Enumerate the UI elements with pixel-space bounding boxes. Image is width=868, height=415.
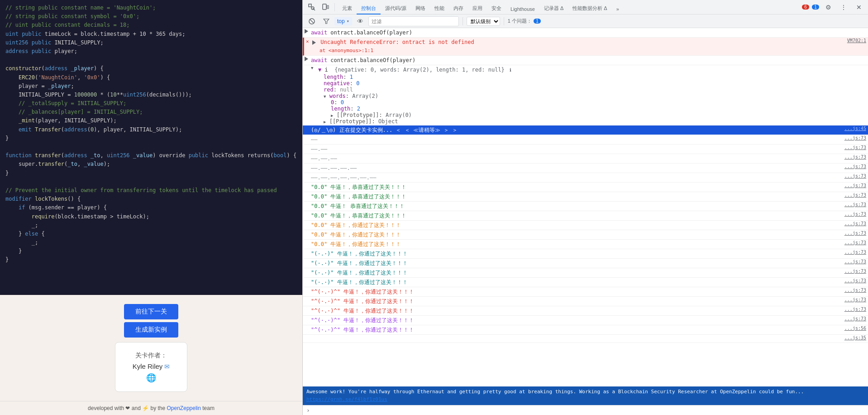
tab-sources[interactable]: 源代码/源 bbox=[381, 3, 411, 14]
row-source[interactable]: ...js:73 bbox=[844, 174, 866, 179]
row-source[interactable]: ...js:73 bbox=[844, 269, 866, 274]
row-source[interactable]: ...js:35 bbox=[844, 335, 866, 340]
row-source[interactable]: ...js:73 bbox=[844, 202, 866, 207]
row-source[interactable]: ...js:73 bbox=[844, 259, 866, 264]
code-line: // string public constant symbol = '0x0'… bbox=[5, 12, 297, 21]
tab-memory[interactable]: 内存 bbox=[449, 3, 468, 14]
row-source[interactable]: ...js:73 bbox=[844, 240, 866, 245]
console-row: ...js:35 bbox=[303, 335, 868, 343]
row-content: await contract.balanceOf(player) bbox=[311, 56, 863, 64]
tab-network[interactable]: 网络 bbox=[411, 3, 430, 14]
expand-icon[interactable] bbox=[305, 57, 308, 61]
tab-security[interactable]: 安全 bbox=[487, 3, 506, 14]
separator bbox=[504, 17, 504, 25]
level-select[interactable]: 默认级别 bbox=[467, 17, 500, 26]
device-toggle-button[interactable] bbox=[319, 1, 332, 14]
row-source[interactable]: ...js:73 bbox=[844, 212, 866, 217]
tab-performance[interactable]: 性能 bbox=[430, 3, 449, 14]
error-content: Uncaught ReferenceError: ontract is not … bbox=[312, 38, 844, 55]
row-source[interactable]: ...js:73 bbox=[844, 307, 866, 312]
email-icon[interactable]: ✉ bbox=[164, 363, 170, 370]
row-content: "0.0" 牛逼！，你通过了这关！！！ bbox=[311, 221, 841, 229]
top-dropdown-icon[interactable]: ▾ bbox=[347, 19, 349, 24]
row-source[interactable]: ...js:73 bbox=[844, 250, 866, 255]
console-input[interactable] bbox=[313, 407, 864, 414]
row-source[interactable]: ...js:73 bbox=[844, 221, 866, 226]
console-highlighted-row: (◎/＿\◎) 正在提交关卡实例... ＜ ＜ ≪请稍等≫ ＞ ＞ ...js:… bbox=[303, 125, 868, 135]
globe-icon[interactable]: 🌐 bbox=[146, 373, 156, 382]
next-level-button[interactable]: 前往下一关 bbox=[124, 304, 178, 319]
console-content[interactable]: await ontract.balanceOf(player) ✕ Uncaug… bbox=[303, 28, 868, 386]
issues-count: 1 个问题： bbox=[508, 18, 532, 24]
tab-elements[interactable]: 元素 bbox=[338, 3, 357, 14]
tab-application[interactable]: 应用 bbox=[468, 3, 487, 14]
row-source[interactable]: ...js:73 bbox=[844, 145, 866, 150]
row-source[interactable]: ...js:73 bbox=[844, 193, 866, 198]
row-source[interactable]: ...js:73 bbox=[844, 297, 866, 302]
error-source[interactable]: VM702:1 bbox=[847, 38, 866, 43]
more-options-button[interactable]: ⋮ bbox=[837, 1, 850, 14]
settings-button[interactable]: ⚙ bbox=[822, 1, 835, 14]
expand-icon[interactable] bbox=[305, 29, 308, 34]
row-source[interactable]: ...js:56 bbox=[844, 326, 866, 331]
row-content: "(·.·)" 牛逼！，你通过了这关！！！ bbox=[311, 278, 841, 286]
row-content: "0.0" 牛逼！ 恭喜通过了这关！！！ bbox=[311, 202, 841, 210]
eye-icon-button[interactable]: 👁 bbox=[354, 15, 367, 28]
filter-toggle-button[interactable] bbox=[320, 15, 333, 28]
row-content: "0.0" 牛逼！，恭喜通过了这关！！！ bbox=[311, 212, 841, 220]
row-content: "0.0" 牛逼！，恭喜通过了关关！！！ bbox=[311, 183, 841, 191]
console-row: ——.——.——.——.—— ...js:73 bbox=[303, 164, 868, 173]
row-content: ——.——.——.——.——.——.—— bbox=[311, 174, 841, 182]
inspect-element-button[interactable] bbox=[305, 1, 318, 14]
code-line: player = _player; bbox=[5, 82, 297, 91]
tab-perf-insights[interactable]: 性能数据分析 Δ bbox=[568, 3, 611, 14]
tab-lighthouse[interactable]: Lighthouse bbox=[506, 5, 539, 14]
openzeppelin-link[interactable]: OpenZeppelin bbox=[167, 405, 201, 411]
code-line: emit Transfer(address(0), player, INITIA… bbox=[5, 125, 297, 134]
highlighted-content: (◎/＿\◎) 正在提交关卡实例... ＜ ＜ ≪请稍等≫ ＞ ＞ bbox=[311, 126, 841, 134]
console-row: ——.——.——.——.——.——.—— ...js:73 bbox=[303, 173, 868, 183]
row-source[interactable]: ...js:73 bbox=[844, 316, 866, 321]
tab-more[interactable]: » bbox=[612, 5, 624, 14]
clear-console-button[interactable] bbox=[305, 15, 318, 28]
generate-instance-button[interactable]: 生成新实例 bbox=[124, 322, 178, 338]
code-line: address public player; bbox=[5, 47, 297, 56]
row-content: "^(·.·)^" 牛逼！，你通过了这关！！！ bbox=[311, 288, 841, 296]
row-content: —— bbox=[311, 135, 841, 144]
code-line: _; bbox=[5, 238, 297, 247]
tab-console[interactable]: 控制台 bbox=[357, 3, 381, 14]
code-line: } else { bbox=[5, 230, 297, 238]
code-line: // Prevent the initial owner from transf… bbox=[5, 186, 297, 195]
row-source[interactable]: ...js:45 bbox=[844, 126, 866, 131]
row-source[interactable]: ...js:73 bbox=[844, 231, 866, 236]
error-icon: ✕ bbox=[306, 39, 311, 44]
console-row: "^(·.·)^" 牛逼！，你通过了这关！！！ ...js:56 bbox=[303, 325, 868, 335]
console-row: "0.0" 牛逼！，你通过了这关！！！ ...js:73 bbox=[303, 230, 868, 240]
console-row: "^(·.·)^" 牛逼！，你通过了这关！！！ ...js:73 bbox=[303, 316, 868, 325]
expand-icon[interactable]: ▼ bbox=[311, 66, 316, 70]
row-source[interactable]: ...js:73 bbox=[844, 164, 866, 169]
filter-input[interactable] bbox=[368, 16, 459, 26]
close-devtools-button[interactable]: ✕ bbox=[853, 1, 865, 14]
left-panel: // string public constant name = 'Naught… bbox=[0, 0, 302, 415]
code-line: uint256 public INITIAL_SUPPLY; bbox=[5, 39, 297, 47]
bottom-bar-link[interactable]: https://grnh.se/f4lbf1z01us bbox=[306, 396, 387, 402]
row-source[interactable]: ...js:73 bbox=[844, 183, 866, 188]
row-content: "^(·.·)^" 牛逼！，你通过了这关！！！ bbox=[311, 316, 841, 324]
row-source[interactable]: ...js:73 bbox=[844, 288, 866, 293]
code-line: } bbox=[5, 134, 297, 143]
code-line: INITIAL_SUPPLY = 1000000 * (10**uint256(… bbox=[5, 91, 297, 99]
expand-error-icon[interactable] bbox=[312, 40, 316, 45]
tab-recorder[interactable]: 记录器 Δ bbox=[539, 3, 568, 14]
console-row: "0.0" 牛逼！，恭喜通过了关关！！！ ...js:73 bbox=[303, 183, 868, 192]
row-source[interactable]: ...js:73 bbox=[844, 154, 866, 159]
row-source[interactable]: ...js:73 bbox=[844, 278, 866, 283]
console-input-row: › bbox=[303, 405, 868, 415]
console-row: "(·.·)" 牛逼！，你通过了这关！！！ ...js:73 bbox=[303, 249, 868, 259]
row-source[interactable]: ...js:73 bbox=[844, 135, 866, 140]
code-line: modifier lockTokens() { bbox=[5, 195, 297, 203]
row-content: "^(·.·)^" 牛逼！，你通过了这关！！！ bbox=[311, 297, 841, 305]
code-line: // uint public constant decimals = 18; bbox=[5, 21, 297, 29]
code-line bbox=[5, 178, 297, 186]
separator bbox=[463, 17, 463, 25]
